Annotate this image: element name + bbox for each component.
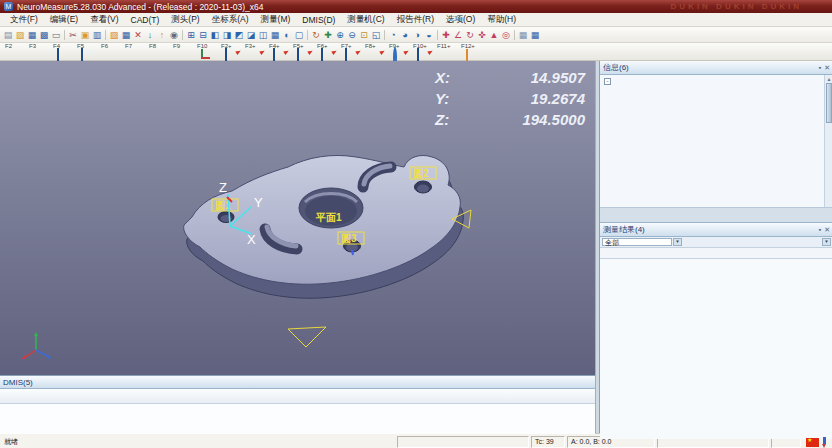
snapshot-icon[interactable]: ◉ <box>168 29 180 41</box>
menu-item-cmm[interactable]: 测量机(C) <box>341 14 390 26</box>
measure-line-icon <box>30 49 46 60</box>
construct-plane-button[interactable]: F2+ <box>218 43 242 59</box>
construct-dome-button[interactable]: F3+ <box>242 43 266 59</box>
toolbar-separator <box>437 30 438 40</box>
axis-z-label: Z <box>219 180 227 195</box>
probe-calibrate-icon[interactable]: ✜ <box>476 29 488 41</box>
construct-surface-button[interactable]: F4+ <box>266 43 290 59</box>
menu-item-file[interactable]: 文件(F) <box>4 14 44 26</box>
dmis-toolbar <box>0 389 595 404</box>
measure-slot-button[interactable]: F9 <box>170 43 194 59</box>
open-project-icon[interactable]: ▨ <box>108 29 120 41</box>
zoom-out-icon[interactable]: ⊖ <box>346 29 358 41</box>
probe-mode-icon[interactable]: ◔ <box>387 29 399 41</box>
measure-cylinder-button[interactable]: F7 <box>122 43 146 59</box>
construct-ring-button[interactable]: F10+ <box>410 43 434 59</box>
measure-circle-icon <box>78 49 94 60</box>
results-pin-icon[interactable]: ▪ <box>819 225 821 235</box>
filter-dropdown-icon[interactable]: ▼ <box>673 238 682 246</box>
menu-item-coordsys[interactable]: 坐标系(A) <box>206 14 255 26</box>
probe-rotate-icon[interactable]: ↻ <box>464 29 476 41</box>
measure-line-button[interactable]: F3 <box>26 43 50 59</box>
wireframe-icon[interactable]: ▢ <box>293 29 305 41</box>
new-file-icon[interactable]: ▤ <box>2 29 14 41</box>
results-scroll-icon[interactable]: ▼ <box>822 238 831 246</box>
view-iso-icon[interactable]: ◫ <box>257 29 269 41</box>
pan-view-icon[interactable]: ✚ <box>322 29 334 41</box>
delete-icon[interactable]: ✕ <box>132 29 144 41</box>
menu-item-dmis[interactable]: DMIS(D) <box>296 15 341 25</box>
measure-point-icon <box>6 49 22 60</box>
info-close-icon[interactable]: ✕ <box>824 63 830 73</box>
view-split-icon[interactable]: ▦ <box>269 29 281 41</box>
render-mode-icon[interactable]: ◐ <box>281 29 293 41</box>
view-top-icon[interactable]: ◩ <box>233 29 245 41</box>
construct-circle-button[interactable]: F5+ <box>290 43 314 59</box>
scroll-thumb[interactable] <box>826 83 832 123</box>
probe-change-icon[interactable]: ▲ <box>488 29 500 41</box>
menu-item-cad[interactable]: CAD(T) <box>125 15 166 25</box>
measure-plane-button[interactable]: F4 <box>50 43 74 59</box>
menu-item-report[interactable]: 报告件(R) <box>391 14 440 26</box>
menu-item-edit[interactable]: 编辑(E) <box>44 14 84 26</box>
scroll-up-icon[interactable]: ▲ <box>825 75 832 83</box>
save-project-icon[interactable]: ▦ <box>120 29 132 41</box>
red-arrow-icon <box>307 49 313 55</box>
zoom-fit-icon[interactable]: ⊡ <box>358 29 370 41</box>
measure-distance-button[interactable]: F11+ <box>434 43 458 59</box>
zoom-window-icon[interactable]: ◱ <box>370 29 382 41</box>
red-arrow-icon <box>259 49 265 55</box>
measure-sphere-button[interactable]: F6 <box>98 43 122 59</box>
probe-angle-icon[interactable]: ∠ <box>452 29 464 41</box>
menu-item-options[interactable]: 选项(O) <box>440 14 481 26</box>
language-flag-icon[interactable]: ★ <box>806 438 819 447</box>
menu-item-view[interactable]: 查看(V) <box>84 14 124 26</box>
measure-point-button[interactable]: F2 <box>2 43 26 59</box>
rotate-view-icon[interactable]: ↻ <box>310 29 322 41</box>
view-back-icon[interactable]: ⊟ <box>197 29 209 41</box>
auto-measure-icon[interactable]: ◑ <box>411 29 423 41</box>
results-table-body <box>600 259 832 439</box>
axis-y-label: Y <box>254 195 263 210</box>
dmis-editor-area[interactable] <box>0 404 595 434</box>
cut-icon[interactable]: ✂ <box>67 29 79 41</box>
open-file-icon[interactable]: ▨ <box>14 29 26 41</box>
measure-angle-button[interactable]: F12+ <box>458 43 482 59</box>
marker-icon[interactable]: ◎ <box>500 29 512 41</box>
print-icon[interactable]: ▭ <box>50 29 62 41</box>
grid-icon[interactable]: ▦ <box>517 29 529 41</box>
construct-plane-3-button[interactable]: F7+ <box>338 43 362 59</box>
viewport-3d[interactable]: 圆1 圆2 圆3 平面1 Z Y X <box>0 61 595 375</box>
view-front-icon[interactable]: ⊞ <box>185 29 197 41</box>
menubar: 文件(F)编辑(E)查看(V)CAD(T)测头(P)坐标系(A)测量(M)DMI… <box>0 13 832 27</box>
probe-add-icon[interactable]: ✚ <box>440 29 452 41</box>
save-all-icon[interactable]: ▩ <box>38 29 50 41</box>
camera-icon[interactable]: ◒ <box>423 29 435 41</box>
view-bottom-icon[interactable]: ◪ <box>245 29 257 41</box>
save-report-icon[interactable]: ▦ <box>529 29 541 41</box>
info-pin-icon[interactable]: ▪ <box>819 63 821 73</box>
construct-plane-2-button[interactable]: F6+ <box>314 43 338 59</box>
menu-item-help[interactable]: 帮助(H) <box>481 14 522 26</box>
measure-circle-button[interactable]: F5 <box>74 43 98 59</box>
feature-toolbar: F2F3F4F5F6F7F8F9F10F2+F3+F4+F5+F6+F7+F8+… <box>0 43 832 61</box>
export-icon[interactable]: ↑ <box>156 29 168 41</box>
info-scrollbar[interactable]: ▲ <box>824 75 832 207</box>
paste-icon[interactable]: ▥ <box>91 29 103 41</box>
results-close-icon[interactable]: ✕ <box>824 225 830 235</box>
import-icon[interactable]: ↓ <box>144 29 156 41</box>
save-icon[interactable]: ▦ <box>26 29 38 41</box>
measure-axes-button[interactable]: F10 <box>194 43 218 59</box>
orbit-icon[interactable]: ◕ <box>399 29 411 41</box>
tree-item[interactable]: - <box>600 77 832 85</box>
view-right-icon[interactable]: ◨ <box>221 29 233 41</box>
construct-wall-button[interactable]: F8+ <box>362 43 386 59</box>
view-left-icon[interactable]: ◧ <box>209 29 221 41</box>
measure-cone-button[interactable]: F8 <box>146 43 170 59</box>
results-filter-select[interactable]: 全部 <box>602 238 672 246</box>
construct-torus-button[interactable]: F9+ <box>386 43 410 59</box>
copy-icon[interactable]: ▣ <box>79 29 91 41</box>
menu-item-probe[interactable]: 测头(P) <box>165 14 205 26</box>
menu-item-measure[interactable]: 测量(M) <box>255 14 297 26</box>
zoom-in-icon[interactable]: ⊕ <box>334 29 346 41</box>
